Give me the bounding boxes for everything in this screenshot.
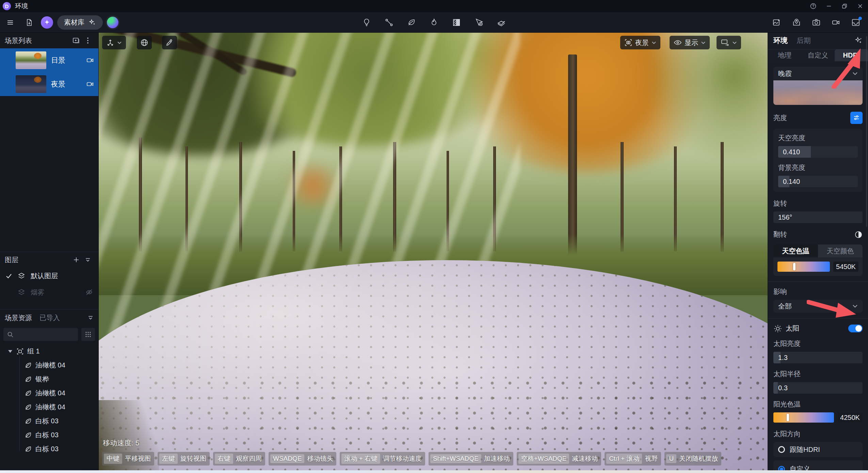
- ai-assistant-icon[interactable]: [41, 16, 53, 29]
- add-layer-icon[interactable]: [70, 255, 82, 265]
- display-options-label: 显示: [685, 38, 698, 47]
- photo-camera-icon[interactable]: [809, 15, 824, 30]
- globe-icon: [140, 38, 148, 47]
- display-options-button[interactable]: 显示: [670, 36, 710, 49]
- asset-library-button[interactable]: 素材库: [57, 15, 103, 30]
- path-tool-icon[interactable]: [382, 15, 397, 30]
- tree-item[interactable]: 油橄榄 04: [0, 386, 98, 400]
- viewport-3d[interactable]: 夜景 显示 移动速度: 5 中键平移视图 左键旋转视图 右键观察四周 WSADQ…: [99, 33, 768, 470]
- tree-item[interactable]: 白栎 03: [0, 428, 98, 442]
- shortcut-chip: Shift+WSADQE加速移动: [429, 452, 513, 466]
- minimize-button[interactable]: [821, 0, 837, 12]
- material-tool-icon[interactable]: [449, 15, 464, 30]
- import-file-icon[interactable]: [22, 15, 37, 30]
- sun-brightness-value: 1.3: [773, 354, 788, 362]
- tree-item[interactable]: 银桦: [0, 372, 98, 386]
- tab-environment[interactable]: 环境: [773, 36, 788, 45]
- resource-search-input[interactable]: [3, 328, 78, 341]
- sun-direction-follow-option[interactable]: 跟随HDRI: [773, 442, 863, 457]
- panel-scrollbar[interactable]: [866, 36, 867, 227]
- sun-brightness-input[interactable]: 1.3: [773, 352, 863, 363]
- tree-item[interactable]: 白栎 03: [0, 414, 98, 428]
- chevron-down-icon: [117, 41, 122, 44]
- screen-sync-button[interactable]: [717, 36, 741, 49]
- hdri-preset-select[interactable]: 晚霞: [773, 67, 863, 80]
- restore-button[interactable]: [837, 0, 852, 12]
- env-mode-tabs: 地理 自定义 HDRI: [768, 49, 868, 61]
- select-add-tool-icon[interactable]: [471, 15, 486, 30]
- video-camera-icon[interactable]: [829, 15, 843, 30]
- tab-sky-temperature[interactable]: 天空色温: [773, 245, 818, 257]
- tree-item-label: 银桦: [35, 375, 49, 384]
- leaf-icon: [25, 417, 32, 425]
- tree-item[interactable]: 油橄榄 04: [0, 358, 98, 372]
- particle-tool-icon[interactable]: [427, 15, 441, 30]
- vegetation-tool-icon[interactable]: [404, 15, 419, 30]
- app-logo-icon: D: [3, 2, 11, 10]
- tab-geography[interactable]: 地理: [768, 49, 801, 61]
- layer-row-default[interactable]: 默认图层: [0, 268, 98, 284]
- sun-icon: [773, 324, 782, 333]
- render-image-icon[interactable]: [769, 15, 784, 30]
- terrain-tool-icon[interactable]: [494, 15, 509, 30]
- resources-filter-tab[interactable]: 已导入: [39, 313, 60, 322]
- sky-temp-slider[interactable]: [777, 262, 830, 272]
- tree-item[interactable]: 油橄榄 04: [0, 400, 98, 414]
- render-queue-icon[interactable]: [848, 15, 863, 30]
- follow-hdri-label: 跟随HDRI: [790, 445, 820, 454]
- flip-icon[interactable]: [854, 231, 863, 239]
- viewpoint-icon[interactable]: [789, 15, 804, 30]
- menu-icon[interactable]: [3, 15, 18, 30]
- tree-item-label: 油橄榄 04: [35, 361, 65, 370]
- leaf-icon: [25, 445, 32, 453]
- shortcut-chip: WSADQE移动镜头: [269, 452, 336, 466]
- close-button[interactable]: [852, 0, 868, 12]
- sky-brightness-label: 天空亮度: [778, 133, 858, 143]
- bg-brightness-input[interactable]: 0.140: [778, 176, 858, 187]
- sky-brightness-input[interactable]: 0.410: [778, 146, 858, 158]
- help-icon[interactable]: [805, 0, 821, 12]
- leaf-icon: [25, 362, 32, 369]
- shortcut-bar: 中键平移视图 左键旋转视图 右键观察四周 WSADQE移动镜头 滚动 + 右键调…: [102, 452, 721, 466]
- hdri-preview-image[interactable]: [773, 80, 863, 105]
- tab-sky-color[interactable]: 天空颜色: [818, 245, 863, 257]
- scene-list-menu-icon[interactable]: [82, 35, 94, 46]
- globe-button[interactable]: [137, 36, 152, 49]
- chevron-down-icon: [701, 41, 706, 44]
- sun-radius-input[interactable]: 0.3: [773, 382, 863, 394]
- sun-toggle[interactable]: [848, 325, 863, 332]
- chevron-down-icon: [852, 304, 858, 308]
- layer-row-fog[interactable]: 烟雾: [0, 284, 98, 300]
- eyedropper-button[interactable]: [162, 36, 177, 49]
- gizmo-mode-button[interactable]: [102, 36, 126, 49]
- influence-select[interactable]: 全部: [773, 300, 863, 313]
- tab-post[interactable]: 后期: [797, 36, 811, 45]
- eye-icon: [674, 38, 682, 47]
- add-scene-icon[interactable]: [70, 35, 82, 46]
- tree-item[interactable]: 白栎 03: [0, 442, 98, 456]
- scene-name: 夜景: [51, 79, 81, 89]
- hdri-preset-value: 晚霞: [778, 69, 792, 78]
- tree-group-row[interactable]: 组 1: [0, 344, 98, 358]
- scene-list: 日景 夜景: [0, 48, 98, 96]
- material-ball-icon[interactable]: [107, 17, 118, 28]
- collapse-layers-icon[interactable]: [82, 255, 94, 265]
- light-tool-icon[interactable]: [359, 15, 374, 30]
- eye-off-icon[interactable]: [85, 288, 93, 296]
- camera-view-label: 夜景: [635, 38, 649, 47]
- leaf-icon: [25, 376, 32, 383]
- influence-label: 影响: [773, 287, 863, 296]
- rotation-input[interactable]: 156°: [773, 211, 863, 223]
- tab-custom[interactable]: 自定义: [801, 49, 835, 61]
- auto-enhance-icon[interactable]: [854, 36, 863, 45]
- camera-view-select[interactable]: 夜景: [620, 36, 660, 49]
- sun-temp-slider[interactable]: [773, 412, 834, 423]
- layers-icon: [18, 272, 25, 280]
- brightness-settings-button[interactable]: [850, 112, 863, 124]
- tab-hdri[interactable]: HDRI: [835, 49, 868, 61]
- grid-view-icon[interactable]: [81, 328, 95, 341]
- scene-name: 日景: [51, 56, 81, 65]
- scene-item-night[interactable]: 夜景: [0, 72, 98, 96]
- collapse-resources-icon[interactable]: [87, 316, 94, 320]
- scene-item-day[interactable]: 日景: [0, 48, 98, 72]
